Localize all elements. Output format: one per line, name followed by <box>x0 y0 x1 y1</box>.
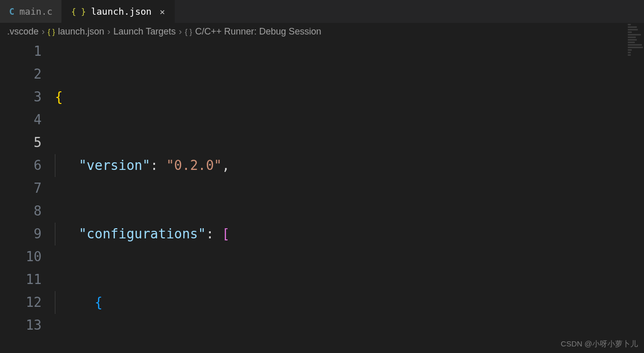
token-brace: { <box>55 89 63 104</box>
line-number: 2 <box>0 63 42 86</box>
code-line[interactable]: { <box>55 291 644 314</box>
json-file-icon: { } <box>48 27 55 36</box>
tab-launch-json[interactable]: { } launch.json ✕ <box>62 0 174 23</box>
breadcrumb-folder[interactable]: .vscode <box>7 26 39 37</box>
breadcrumb-symbol[interactable]: Launch Targets <box>113 26 176 37</box>
line-numbers: 1 2 3 4 5 6 7 8 9 10 11 12 13 <box>0 40 55 353</box>
code-line[interactable]: { <box>55 86 644 109</box>
token-bracket: [ <box>222 226 230 241</box>
line-number: 3 <box>0 86 42 109</box>
line-number: 11 <box>0 268 42 291</box>
breadcrumb-symbol[interactable]: C/C++ Runner: Debug Session <box>195 26 321 37</box>
line-number: 4 <box>0 109 42 131</box>
chevron-right-icon: › <box>179 26 182 37</box>
c-file-icon: C <box>9 7 14 17</box>
object-icon: { } <box>185 27 192 36</box>
line-number: 7 <box>0 177 42 200</box>
token-punc: : <box>150 158 166 173</box>
line-number: 6 <box>0 154 42 177</box>
token-string: "0.2.0" <box>166 158 222 173</box>
token-brace: { <box>94 295 103 310</box>
minimap[interactable] <box>626 23 644 297</box>
chevron-right-icon: › <box>42 26 45 37</box>
token-key: "configurations" <box>79 226 206 241</box>
token-key: "version" <box>79 158 150 173</box>
code-content[interactable]: { "version": "0.2.0", "configurations": … <box>55 40 644 353</box>
tab-label: launch.json <box>91 6 151 17</box>
breadcrumb-file[interactable]: launch.json <box>58 26 104 37</box>
code-line[interactable]: "configurations": [ <box>55 223 644 245</box>
line-number: 9 <box>0 223 42 245</box>
line-number: 12 <box>0 291 42 314</box>
tab-main-c[interactable]: C main.c <box>0 0 62 23</box>
chevron-right-icon: › <box>107 26 110 37</box>
json-file-icon: { } <box>71 7 86 16</box>
code-editor[interactable]: 1 2 3 4 5 6 7 8 9 10 11 12 13 { "version… <box>0 40 644 353</box>
token-punc: , <box>222 158 230 173</box>
line-number: 5 <box>0 131 42 154</box>
close-icon[interactable]: ✕ <box>159 7 165 17</box>
line-number: 8 <box>0 200 42 223</box>
line-number: 10 <box>0 245 42 268</box>
tab-label: main.c <box>19 6 52 17</box>
token-punc: : <box>206 226 221 241</box>
watermark: CSDN @小呀小萝卜儿 <box>561 339 638 349</box>
breadcrumb[interactable]: .vscode › { } launch.json › Launch Targe… <box>0 23 644 40</box>
line-number: 1 <box>0 40 42 63</box>
line-number: 13 <box>0 314 42 337</box>
code-line[interactable]: "version": "0.2.0", <box>55 154 644 177</box>
tab-bar: C main.c { } launch.json ✕ <box>0 0 644 23</box>
